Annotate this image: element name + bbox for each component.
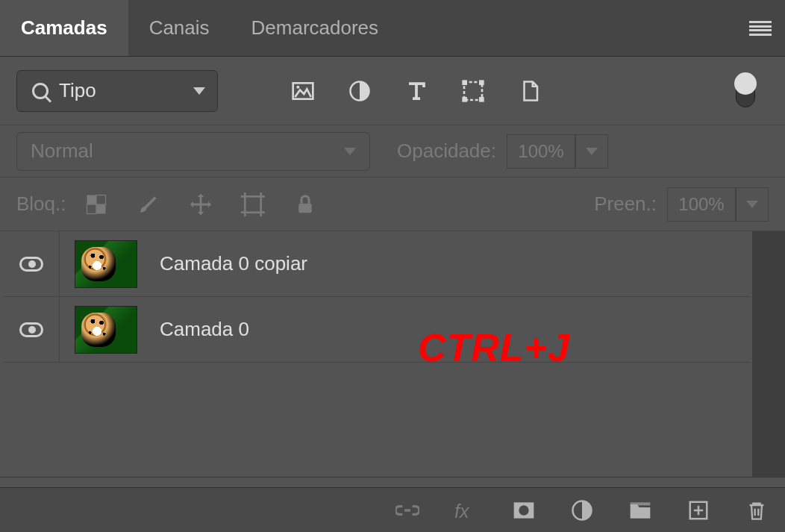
filter-row: Tipo: [0, 57, 785, 125]
lock-row: Bloq.: Preen.: 100%: [0, 178, 785, 231]
filter-shape-icon[interactable]: [460, 78, 487, 104]
tab-channels[interactable]: Canais: [128, 0, 231, 56]
new-adjustment-layer-icon[interactable]: [569, 497, 595, 524]
filter-type-dropdown[interactable]: Tipo: [16, 70, 218, 112]
fill-label: Preen.:: [594, 193, 657, 216]
svg-rect-8: [87, 195, 96, 204]
opacity-slider-button[interactable]: [575, 134, 608, 169]
svg-point-1: [296, 85, 299, 88]
svg-rect-5: [479, 80, 484, 85]
visibility-toggle[interactable]: [3, 231, 60, 297]
blend-row: Normal Opacidade: 100%: [0, 125, 785, 178]
svg-rect-18: [631, 502, 651, 505]
blend-mode-dropdown[interactable]: Normal: [16, 132, 370, 171]
filter-adjustment-icon[interactable]: [346, 78, 373, 104]
chevron-down-icon: [193, 87, 205, 95]
link-layers-icon[interactable]: [394, 497, 421, 524]
layer-list: Camada 0 copiar Camada 0: [0, 231, 785, 478]
chevron-down-icon: [586, 148, 598, 155]
fill-value[interactable]: 100%: [667, 187, 736, 222]
opacity-label: Opacidade:: [397, 140, 496, 163]
layer-thumbnail[interactable]: [75, 306, 137, 354]
panel-tabs: Camadas Canais Demarcadores: [0, 0, 785, 57]
filter-icons: [290, 78, 543, 104]
filter-pixel-icon[interactable]: [290, 78, 316, 104]
fill-slider-button[interactable]: [736, 187, 769, 222]
svg-point-16: [519, 505, 528, 515]
lock-position-move-icon[interactable]: [186, 190, 216, 219]
layer-item[interactable]: Camada 0: [3, 297, 751, 363]
svg-rect-7: [479, 97, 484, 102]
svg-rect-4: [462, 80, 467, 85]
svg-rect-12: [245, 196, 260, 212]
lock-icons: [81, 190, 320, 219]
layer-name[interactable]: Camada 0: [160, 318, 249, 341]
layer-item[interactable]: Camada 0 copiar: [3, 231, 751, 297]
tab-layers[interactable]: Camadas: [0, 0, 128, 56]
opacity-value[interactable]: 100%: [507, 134, 575, 169]
lock-pixels-brush-icon[interactable]: [134, 190, 163, 219]
search-icon: [32, 83, 49, 99]
layer-name[interactable]: Camada 0 copiar: [160, 252, 307, 275]
filter-type-text-icon[interactable]: [403, 78, 430, 104]
tab-paths[interactable]: Demarcadores: [231, 0, 400, 56]
new-layer-icon[interactable]: [685, 497, 712, 524]
lock-all-icon[interactable]: [290, 190, 320, 219]
layer-thumbnail[interactable]: [75, 240, 137, 288]
filter-type-label: Tipo: [59, 79, 193, 102]
delete-layer-trash-icon[interactable]: [743, 497, 770, 524]
svg-rect-9: [96, 204, 106, 214]
svg-rect-13: [298, 203, 312, 213]
lock-transparency-icon[interactable]: [81, 190, 111, 219]
eye-icon: [19, 257, 43, 272]
chevron-down-icon: [746, 201, 758, 208]
eye-icon: [19, 322, 43, 337]
svg-rect-10: [96, 195, 106, 204]
lock-label: Bloq.:: [16, 193, 66, 216]
filter-smart-object-icon[interactable]: [516, 78, 543, 104]
filter-toggle[interactable]: [736, 75, 755, 107]
lock-artboard-icon[interactable]: [238, 190, 268, 219]
new-group-folder-icon[interactable]: [627, 497, 654, 524]
visibility-toggle[interactable]: [3, 297, 60, 363]
fill-group: Preen.: 100%: [594, 187, 769, 222]
panel-menu-icon[interactable]: [749, 21, 772, 36]
blend-mode-label: Normal: [31, 140, 344, 163]
layer-style-fx-icon[interactable]: fx: [452, 497, 479, 524]
svg-rect-6: [462, 97, 467, 102]
add-mask-icon[interactable]: [510, 497, 537, 524]
chevron-down-icon: [344, 148, 356, 155]
footer-bar: fx: [0, 487, 785, 532]
svg-text:fx: fx: [454, 501, 470, 522]
svg-rect-11: [87, 204, 96, 214]
scrollbar[interactable]: [752, 231, 785, 478]
